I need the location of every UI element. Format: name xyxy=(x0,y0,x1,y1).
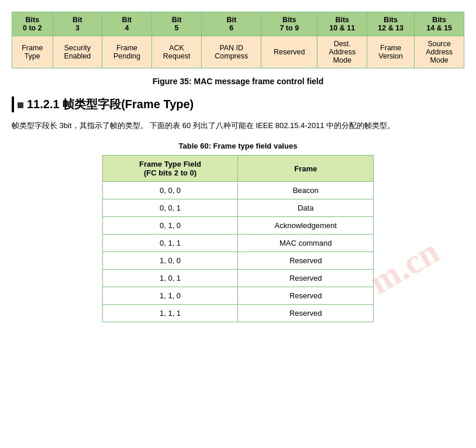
table-row: 1, 0, 1Reserved xyxy=(102,270,373,287)
frame-bits-cell: 1, 1, 0 xyxy=(102,287,237,305)
bit-header-cell: Bit 3 xyxy=(53,12,102,36)
frame-bits-cell: 0, 1, 0 xyxy=(102,217,237,235)
frame-bits-cell: 0, 0, 0 xyxy=(102,182,237,199)
frame-type-table: Frame Type Field (FC bits 2 to 0)Frame 0… xyxy=(102,155,374,322)
frame-table-wrapper: Frame Type Field (FC bits 2 to 0)Frame 0… xyxy=(12,155,464,322)
table-row: 0, 1, 0Acknowledgement xyxy=(102,217,373,235)
bit-header-cell: Bits 10 & 11 xyxy=(318,12,367,36)
frame-name-cell: Reserved xyxy=(238,305,374,322)
bit-header-cell: Bits 12 & 13 xyxy=(367,12,415,36)
frame-bits-cell: 1, 0, 1 xyxy=(102,270,237,287)
section-heading: 11.2.1 帧类型字段(Frame Type) xyxy=(12,97,464,112)
bit-data-row: Frame TypeSecurity EnabledFrame PendingA… xyxy=(12,36,464,68)
table-row: 0, 1, 1MAC command xyxy=(102,235,373,252)
frame-bits-cell: 0, 1, 1 xyxy=(102,235,237,252)
frame-name-cell: Data xyxy=(238,199,374,217)
bit-header-cell: Bit 6 xyxy=(202,12,261,36)
frame-bits-cell: 1, 1, 1 xyxy=(102,305,237,322)
bit-data-cell: Security Enabled xyxy=(53,36,102,68)
frame-name-cell: Reserved xyxy=(238,270,374,287)
bit-header-cell: Bits 0 to 2 xyxy=(12,12,53,36)
figure-caption: Figure 35: MAC message frame control fie… xyxy=(12,77,464,86)
bit-header-cell: Bit 4 xyxy=(102,12,152,36)
table-row: 0, 0, 0Beacon xyxy=(102,182,373,199)
bit-header-row: Bits 0 to 2Bit 3Bit 4Bit 5Bit 6Bits 7 to… xyxy=(12,12,464,36)
bit-data-cell: PAN ID Compress xyxy=(202,36,261,68)
table-60-caption: Table 60: Frame type field values xyxy=(12,142,464,150)
bit-data-cell: ACK Request xyxy=(151,36,202,68)
table-row: 1, 1, 1Reserved xyxy=(102,305,373,322)
frame-table-header-cell: Frame Type Field (FC bits 2 to 0) xyxy=(102,156,237,182)
frame-table-header-cell: Frame xyxy=(238,156,374,182)
bit-header-cell: Bits 7 to 9 xyxy=(261,12,318,36)
frame-name-cell: Reserved xyxy=(238,252,374,270)
table-row: 1, 1, 0Reserved xyxy=(102,287,373,305)
bit-data-cell: Frame Pending xyxy=(102,36,152,68)
bit-data-cell: Reserved xyxy=(261,36,318,68)
bit-field-table: Bits 0 to 2Bit 3Bit 4Bit 5Bit 6Bits 7 to… xyxy=(12,12,464,68)
frame-name-cell: Acknowledgement xyxy=(238,217,374,235)
bit-data-cell: Frame Type xyxy=(12,36,53,68)
frame-name-cell: Reserved xyxy=(238,287,374,305)
page-wrapper: Bits 0 to 2Bit 3Bit 4Bit 5Bit 6Bits 7 to… xyxy=(12,12,464,322)
bit-data-cell: Frame Version xyxy=(367,36,415,68)
frame-bits-cell: 1, 0, 0 xyxy=(102,252,237,270)
bit-data-cell: Dest. Address Mode xyxy=(318,36,367,68)
frame-table-header-row: Frame Type Field (FC bits 2 to 0)Frame xyxy=(102,156,373,182)
bit-header-cell: Bits 14 & 15 xyxy=(415,12,464,36)
table-row: 0, 0, 1Data xyxy=(102,199,373,217)
table-row: 1, 0, 0Reserved xyxy=(102,252,373,270)
frame-table-body: 0, 0, 0Beacon0, 0, 1Data0, 1, 0Acknowled… xyxy=(102,182,373,322)
frame-name-cell: Beacon xyxy=(238,182,374,199)
body-text: 帧类型字段长 3bit，其指示了帧的类型。 下面的表 60 列出了八种可能在 I… xyxy=(12,119,464,132)
bullet-mark xyxy=(18,102,23,108)
bit-header-cell: Bit 5 xyxy=(151,12,202,36)
frame-name-cell: MAC command xyxy=(238,235,374,252)
bit-data-cell: Source Address Mode xyxy=(415,36,464,68)
frame-bits-cell: 0, 0, 1 xyxy=(102,199,237,217)
